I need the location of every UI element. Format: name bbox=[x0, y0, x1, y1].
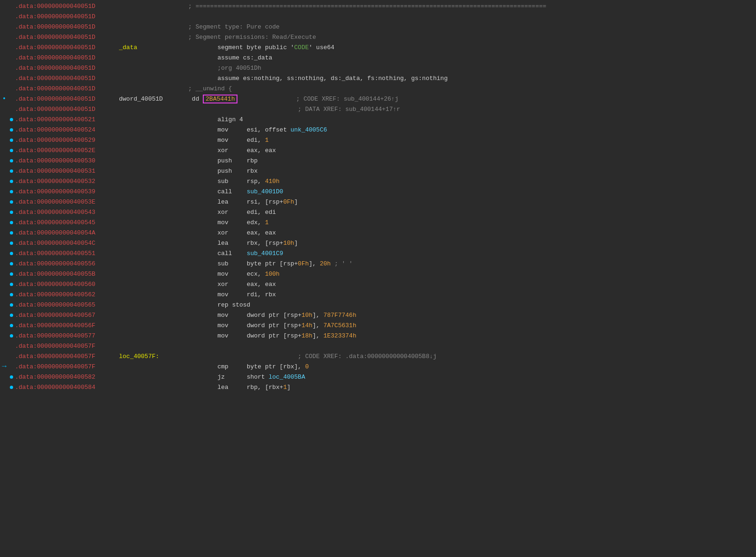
instruction: xor edi, edi bbox=[183, 209, 756, 216]
arrow-indicator bbox=[0, 33, 8, 41]
breakpoint-dot[interactable] bbox=[8, 139, 14, 142]
breakpoint-dot[interactable] bbox=[8, 200, 14, 204]
address: .data:0000000000400532 bbox=[14, 178, 117, 185]
instruction: xor eax, eax bbox=[183, 281, 756, 288]
code-line[interactable]: .data:0000000000400531 push rbx bbox=[0, 166, 756, 176]
breakpoint-dot[interactable] bbox=[8, 283, 14, 286]
breakpoint-dot[interactable] bbox=[8, 242, 14, 245]
address: .data:0000000000400584 bbox=[14, 384, 117, 391]
arrow-indicator bbox=[0, 291, 8, 298]
breakpoint-dot[interactable] bbox=[8, 159, 14, 162]
breakpoint-dot[interactable] bbox=[8, 334, 14, 337]
arrow-indicator bbox=[0, 157, 8, 164]
code-line[interactable]: .data:000000000040051D ; Segment type: P… bbox=[0, 22, 756, 32]
arrow-indicator bbox=[0, 74, 8, 82]
arrow-indicator bbox=[0, 198, 8, 205]
breakpoint-dot[interactable] bbox=[8, 128, 14, 132]
instruction: mov dword ptr [rsp+18h], 1E323374h bbox=[183, 332, 756, 339]
code-line[interactable]: .data:0000000000400565 rep stosd bbox=[0, 300, 756, 310]
breakpoint-dot[interactable] bbox=[8, 272, 14, 276]
breakpoint-dot[interactable] bbox=[8, 314, 14, 317]
code-line[interactable]: .data:0000000000400584 lea rbp, [rbx+1] bbox=[0, 382, 756, 392]
arrow-indicator bbox=[0, 373, 8, 381]
breakpoint-dot[interactable] bbox=[8, 180, 14, 183]
code-line[interactable]: .data:000000000040051D ; DATA XREF: sub_… bbox=[0, 104, 756, 114]
code-line[interactable]: .data:0000000000400530 push rbp bbox=[0, 155, 756, 166]
instruction: push rbx bbox=[183, 168, 756, 175]
instruction: ; __unwind { bbox=[183, 85, 756, 92]
instruction: xor eax, eax bbox=[183, 147, 756, 154]
code-line[interactable]: .data:000000000040051D ; __unwind { bbox=[0, 83, 756, 94]
code-line[interactable]: .data:000000000040056F mov dword ptr [rs… bbox=[0, 320, 756, 330]
code-line[interactable]: .data:000000000040051D ; ===============… bbox=[0, 1, 756, 11]
breakpoint-dot[interactable] bbox=[8, 293, 14, 296]
address: .data:000000000040051D bbox=[14, 85, 117, 92]
arrow-indicator bbox=[0, 311, 8, 319]
code-line[interactable]: .data:0000000000400562 mov rdi, rbx bbox=[0, 289, 756, 300]
breakpoint-dot[interactable] bbox=[8, 386, 14, 389]
highlighted-value: 2BA5441h bbox=[203, 95, 237, 103]
breakpoint-dot[interactable] bbox=[8, 303, 14, 307]
code-line[interactable]: .data:0000000000400524 mov esi, offset u… bbox=[0, 125, 756, 135]
code-line[interactable]: .data:0000000000400577 mov dword ptr [rs… bbox=[0, 330, 756, 341]
code-line[interactable]: .data:000000000040053E lea rsi, [rsp+0Fh… bbox=[0, 197, 756, 207]
instruction: call sub_4001D0 bbox=[183, 188, 756, 195]
breakpoint-dot[interactable] bbox=[8, 252, 14, 255]
code-line[interactable]: .data:000000000040051D assume es:nothing… bbox=[0, 73, 756, 83]
arrow-indicator bbox=[0, 239, 8, 247]
code-line[interactable]: .data:0000000000400532 sub rsp, 410h bbox=[0, 176, 756, 186]
instruction: mov rdi, rbx bbox=[183, 291, 756, 298]
code-line[interactable]: .data:0000000000400582 jz short loc_4005… bbox=[0, 372, 756, 382]
address: .data:0000000000400545 bbox=[14, 219, 117, 226]
instruction: call sub_4001C9 bbox=[183, 250, 756, 257]
arrow-indicator bbox=[0, 13, 8, 20]
code-line[interactable]: →.data:000000000040057F cmp byte ptr [rb… bbox=[0, 361, 756, 372]
arrow-indicator bbox=[0, 116, 8, 123]
arrow-indicator bbox=[0, 383, 8, 391]
address: .data:0000000000400551 bbox=[14, 250, 117, 257]
address: .data:0000000000400562 bbox=[14, 291, 117, 298]
arrow-indicator bbox=[0, 147, 8, 154]
code-line[interactable]: .data:0000000000400545 mov edx, 1 bbox=[0, 217, 756, 227]
breakpoint-dot[interactable] bbox=[8, 262, 14, 265]
arrow-indicator bbox=[0, 188, 8, 195]
code-line[interactable]: .data:0000000000400551 call sub_4001C9 bbox=[0, 248, 756, 258]
arrow-indicator bbox=[0, 229, 8, 236]
breakpoint-dot[interactable] bbox=[8, 211, 14, 214]
instruction: push rbp bbox=[183, 157, 756, 164]
code-line[interactable]: .data:000000000040054A xor eax, eax bbox=[0, 227, 756, 238]
instruction: dd 2BA5441h ; CODE XREF: sub_400144+26↑j bbox=[183, 95, 756, 103]
arrow-indicator bbox=[0, 177, 8, 185]
breakpoint-dot[interactable] bbox=[8, 221, 14, 224]
breakpoint-dot[interactable] bbox=[8, 231, 14, 235]
code-line[interactable]: .data:000000000040055B mov ecx, 100h bbox=[0, 269, 756, 279]
code-line[interactable]: .data:000000000040051D ;org 40051Dh bbox=[0, 63, 756, 73]
instruction: ; Segment permissions: Read/Execute bbox=[183, 34, 756, 41]
code-line[interactable]: .data:0000000000400543 xor edi, edi bbox=[0, 207, 756, 217]
instruction: assume es:nothing, ss:nothing, ds:_data,… bbox=[183, 75, 756, 82]
code-line[interactable]: .data:0000000000400567 mov dword ptr [rs… bbox=[0, 310, 756, 320]
breakpoint-dot[interactable] bbox=[8, 118, 14, 121]
breakpoint-dot[interactable] bbox=[8, 190, 14, 193]
code-line[interactable]: .data:000000000040054C lea rbx, [rsp+10h… bbox=[0, 238, 756, 248]
breakpoint-dot[interactable] bbox=[8, 324, 14, 327]
code-line[interactable]: .data:000000000040057F bbox=[0, 341, 756, 351]
code-line[interactable]: .data:0000000000400529 mov edi, 1 bbox=[0, 135, 756, 145]
code-line[interactable]: •.data:000000000040051Ddword_40051D dd 2… bbox=[0, 94, 756, 104]
code-line[interactable]: .data:000000000040051D ; Segment permiss… bbox=[0, 32, 756, 42]
address: .data:000000000040051D bbox=[14, 65, 117, 72]
breakpoint-dot[interactable] bbox=[8, 375, 14, 379]
arrow-indicator bbox=[0, 260, 8, 267]
breakpoint-dot[interactable] bbox=[8, 149, 14, 152]
code-line[interactable]: .data:0000000000400539 call sub_4001D0 bbox=[0, 186, 756, 197]
code-line[interactable]: .data:0000000000400521 align 4 bbox=[0, 114, 756, 125]
code-line[interactable]: .data:000000000040057Floc_40057F: ; CODE… bbox=[0, 351, 756, 361]
code-line[interactable]: .data:000000000040051D assume cs:_data bbox=[0, 52, 756, 63]
code-line[interactable]: .data:0000000000400560 xor eax, eax bbox=[0, 279, 756, 289]
code-line[interactable]: .data:0000000000400556 sub byte ptr [rsp… bbox=[0, 258, 756, 269]
code-line[interactable]: .data:000000000040051D_data segment byte… bbox=[0, 42, 756, 52]
breakpoint-dot[interactable] bbox=[8, 169, 14, 173]
code-line[interactable]: .data:000000000040052E xor eax, eax bbox=[0, 145, 756, 155]
code-line[interactable]: .data:000000000040051D bbox=[0, 11, 756, 22]
arrow-indicator: • bbox=[0, 95, 8, 103]
